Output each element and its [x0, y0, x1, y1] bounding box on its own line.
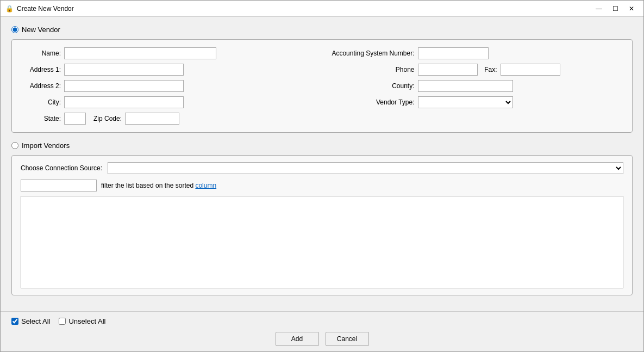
zip-label: Zip Code: [89, 115, 122, 122]
address1-label: Address 1: [23, 66, 61, 73]
fax-input[interactable] [501, 64, 560, 76]
main-content: New Vendor Name: Address 1: Address 2: [1, 17, 643, 311]
city-label: City: [23, 98, 61, 106]
connection-source-row: Choose Connection Source: [21, 162, 623, 174]
unselect-all-group: Unselect All [59, 317, 105, 325]
title-bar: 🔒 Create New Vendor — ☐ ✕ [1, 1, 643, 17]
close-button[interactable]: ✕ [624, 3, 639, 15]
address2-input[interactable] [64, 80, 184, 92]
select-all-checkbox[interactable] [11, 318, 18, 325]
filter-text: filter the list based on the sorted colu… [101, 182, 216, 189]
address2-row: Address 2: [23, 80, 317, 92]
zip-input[interactable] [125, 113, 179, 125]
filter-column-link[interactable]: column [195, 182, 216, 189]
phone-fax-row: Phone Fax: [328, 64, 622, 76]
window-title: Create New Vendor [17, 5, 591, 13]
window-controls: — ☐ ✕ [591, 3, 639, 15]
bottom-bar: Select All Unselect All Add Cancel [1, 311, 643, 351]
vendor-type-row: Vendor Type: [328, 96, 622, 108]
state-input[interactable] [64, 113, 86, 125]
select-all-group: Select All [11, 317, 50, 325]
phone-label: Phone [328, 66, 415, 73]
phone-input[interactable] [418, 64, 478, 76]
state-label: State: [23, 115, 61, 122]
connection-label: Choose Connection Source: [21, 164, 102, 172]
unselect-all-label[interactable]: Unselect All [68, 317, 105, 325]
add-button[interactable]: Add [276, 332, 319, 346]
new-vendor-box: Name: Address 1: Address 2: City: [11, 39, 633, 133]
filter-input[interactable] [21, 180, 97, 192]
acct-row: Accounting System Number: [328, 47, 622, 59]
new-vendor-radio[interactable] [11, 26, 18, 33]
city-row: City: [23, 96, 317, 108]
unselect-all-checkbox[interactable] [59, 318, 66, 325]
filter-row: filter the list based on the sorted colu… [21, 180, 623, 192]
name-row: Name: [23, 47, 317, 59]
cancel-button[interactable]: Cancel [326, 332, 369, 346]
window-icon: 🔒 [5, 4, 14, 13]
address2-label: Address 2: [23, 82, 61, 90]
select-all-label[interactable]: Select All [21, 317, 50, 325]
name-input[interactable] [64, 47, 216, 59]
import-vendors-radio-label[interactable]: Import Vendors [22, 141, 70, 150]
form-left-column: Name: Address 1: Address 2: City: [23, 47, 317, 125]
county-label: County: [328, 82, 415, 90]
maximize-button[interactable]: ☐ [608, 3, 623, 15]
main-window: 🔒 Create New Vendor — ☐ ✕ New Vendor Nam… [0, 0, 644, 352]
vendor-list-box[interactable] [21, 196, 623, 288]
vendor-type-label: Vendor Type: [328, 98, 415, 106]
connection-source-select[interactable] [108, 162, 623, 174]
state-zip-row: State: Zip Code: [23, 113, 317, 125]
city-input[interactable] [64, 96, 184, 108]
import-vendors-box: Choose Connection Source: filter the lis… [11, 155, 633, 295]
county-row: County: [328, 80, 622, 92]
select-all-row: Select All Unselect All [11, 317, 633, 325]
fax-label: Fax: [481, 66, 497, 73]
import-vendors-radio-group: Import Vendors [11, 141, 633, 150]
acct-input[interactable] [418, 47, 489, 59]
new-vendor-form: Name: Address 1: Address 2: City: [23, 47, 621, 125]
county-input[interactable] [418, 80, 513, 92]
import-vendors-radio[interactable] [11, 142, 18, 149]
address1-row: Address 1: [23, 64, 317, 76]
address1-input[interactable] [64, 64, 184, 76]
action-buttons: Add Cancel [11, 332, 633, 346]
form-right-column: Accounting System Number: Phone Fax: Cou… [328, 47, 622, 125]
name-label: Name: [23, 50, 61, 57]
new-vendor-radio-label[interactable]: New Vendor [22, 26, 60, 34]
minimize-button[interactable]: — [591, 3, 607, 15]
acct-label: Accounting System Number: [328, 50, 415, 57]
new-vendor-radio-group: New Vendor [11, 26, 633, 34]
vendor-type-select[interactable] [418, 96, 513, 108]
